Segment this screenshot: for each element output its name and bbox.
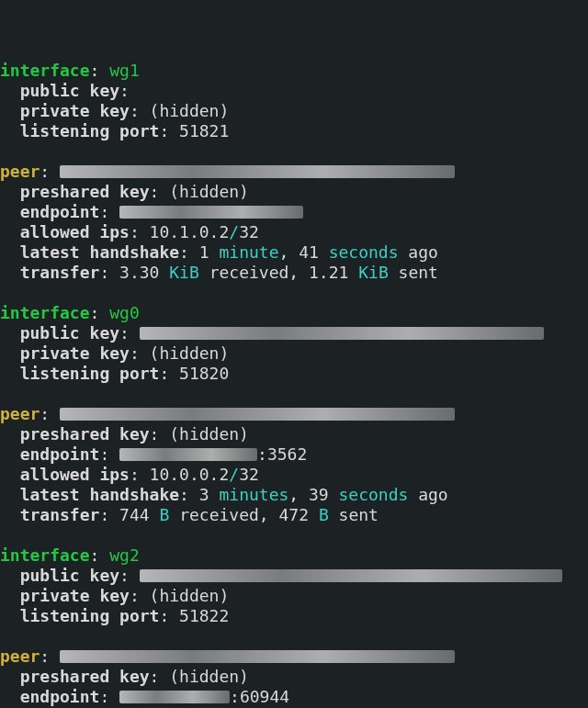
label-endpoint: endpoint: [20, 202, 100, 221]
label-preshared-key: preshared key: [20, 667, 150, 686]
label-transfer: transfer: [20, 505, 100, 524]
label-public-key: public key: [20, 566, 119, 585]
port-value: 51821: [179, 121, 229, 140]
redacted-text: [119, 448, 257, 461]
label-latest-handshake: latest handshake: [20, 242, 179, 262]
terminal-output: interface: wg1 public key: private key: …: [0, 61, 588, 708]
label-latest-handshake: latest handshake: [20, 485, 179, 504]
iface-name: wg1: [109, 61, 140, 80]
iface-name: wg2: [109, 545, 140, 565]
label-listening-port: listening port: [20, 364, 160, 383]
label-listening-port: listening port: [20, 121, 160, 140]
label-allowed-ips: allowed ips: [20, 222, 130, 242]
label-peer: peer: [0, 162, 40, 181]
redacted-text: [119, 691, 230, 703]
label-allowed-ips: allowed ips: [20, 465, 130, 484]
label-preshared-key: preshared key: [20, 424, 150, 444]
redacted-text: [60, 165, 455, 178]
redacted-text: [60, 650, 455, 663]
label-preshared-key: preshared key: [20, 182, 150, 201]
mask-sep: /: [229, 222, 239, 242]
label-peer: peer: [0, 646, 40, 666]
label-endpoint: endpoint: [20, 444, 100, 464]
label-private-key: private key: [20, 343, 130, 363]
label-interface: interface: [0, 303, 90, 322]
redacted-text: [119, 206, 303, 219]
label-public-key: public key: [20, 323, 119, 343]
hidden-value: (hidden): [150, 101, 230, 120]
label-listening-port: listening port: [20, 606, 160, 625]
redacted-text: [140, 327, 544, 340]
label-interface: interface: [0, 61, 90, 80]
redacted-text: [140, 569, 562, 582]
label-private-key: private key: [20, 101, 130, 120]
label-public-key: public key: [20, 81, 119, 100]
iface-name: wg0: [109, 303, 140, 322]
label-transfer: transfer: [20, 263, 100, 282]
redacted-text: [60, 408, 455, 421]
label-endpoint: endpoint: [20, 687, 100, 706]
label-peer: peer: [0, 404, 40, 423]
label-interface: interface: [0, 545, 90, 565]
label-private-key: private key: [20, 586, 130, 605]
